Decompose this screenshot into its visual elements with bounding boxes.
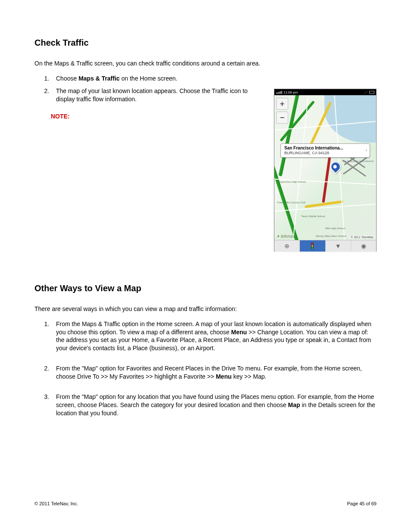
map-bottom-bar: ⊕ ▼ ◉ — [274, 240, 376, 252]
status-time: 11:06 pm — [283, 90, 298, 94]
traffic-button[interactable] — [300, 240, 325, 252]
callout-title: San Francisco Internationa... — [284, 146, 362, 151]
step-1-pre: Choose — [56, 75, 78, 82]
footer-copyright: © 2011 TeleNav, Inc. — [34, 501, 78, 506]
way-2-b: key >> Map. — [232, 373, 267, 380]
heading-other-ways: Other Ways to View a Map — [34, 283, 377, 293]
map-area[interactable]: Capuchino High School Green Hills Countr… — [274, 95, 376, 240]
places-button[interactable]: ◉ — [351, 240, 376, 252]
footer-page: Page 45 of 69 — [347, 501, 377, 506]
step-1-post: on the Home screen. — [120, 75, 177, 82]
locate-button[interactable]: ⊕ — [274, 240, 300, 252]
camera-icon: ▼ — [335, 243, 341, 249]
way-1: From the Maps & Traffic option in the Ho… — [51, 320, 377, 353]
chevron-right-icon: › — [366, 148, 367, 153]
battery-icon — [369, 91, 374, 94]
map-label-mills: Mills High School — [325, 227, 345, 230]
wifi-icon: ⋰ — [364, 90, 367, 94]
pin-icon: ◉ — [361, 243, 366, 249]
way-2: From the "Map" option for Favorites and … — [51, 364, 377, 381]
status-bar: 11:06 pm ⋰ — [274, 89, 376, 95]
step-1: Choose Maps & Traffic on the Home screen… — [51, 75, 377, 83]
intro-other-ways: There are several ways in which you can … — [34, 305, 377, 312]
step-2-text: The map of your last known location appe… — [56, 87, 263, 103]
map-pin-icon — [328, 159, 343, 174]
page-footer: © 2011 TeleNav, Inc. Page 45 of 69 — [34, 501, 377, 506]
ways-list: From the Maps & Traffic option in the Ho… — [51, 320, 377, 417]
zoom-out-button[interactable]: − — [276, 112, 288, 124]
heading-check-traffic: Check Traffic — [34, 38, 377, 48]
brand-logo: ✦ telenav — [276, 234, 295, 239]
map-label-greenhills: Green Hills Country Club — [277, 201, 305, 204]
map-screenshot: 11:06 pm ⋰ — [274, 89, 377, 252]
location-callout[interactable]: San Francisco Internationa... BURLINGAME… — [280, 143, 370, 158]
way-2-bold: Menu — [216, 373, 232, 380]
map-label-taylor: Taylor Middle School — [301, 215, 325, 218]
map-label-sfo: San Francisco International — [342, 160, 374, 162]
zoom-in-button[interactable]: + — [276, 98, 288, 110]
map-label-spring: Spring Valley Elem School — [316, 235, 346, 237]
signal-bars-icon — [276, 91, 282, 94]
way-1-bold: Menu — [231, 329, 247, 336]
camera-button[interactable]: ▼ — [326, 240, 351, 252]
way-3-bold: Map — [288, 401, 300, 408]
way-2-a: From the "Map" option for Favorites and … — [56, 365, 362, 380]
step-1-bold: Maps & Traffic — [78, 75, 120, 82]
way-3: From the "Map" option for any location t… — [51, 393, 377, 417]
traffic-light-icon — [311, 243, 314, 249]
crosshair-icon: ⊕ — [284, 243, 290, 249]
map-copyright: © 2011 TeleAtlas — [350, 236, 374, 239]
intro-check-traffic: On the Maps & Traffic screen, you can ch… — [34, 60, 377, 67]
map-label-capuchino: Capuchino High School — [279, 180, 306, 183]
callout-subtitle: BURLINGAME, CA 94128 — [284, 151, 362, 156]
